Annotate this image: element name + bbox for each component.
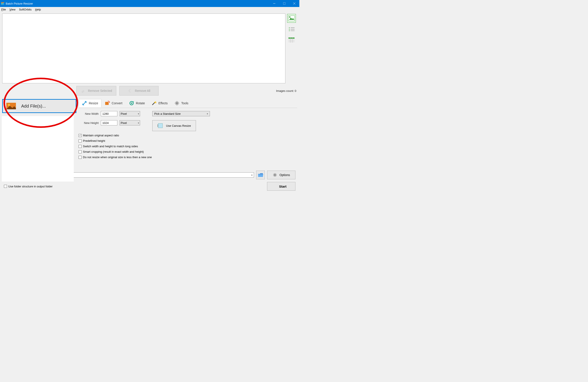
tools-icon: [174, 101, 180, 106]
svg-point-12: [289, 29, 290, 30]
tab-resize[interactable]: Resize: [79, 99, 102, 107]
remove-selected-label: Remove Selected: [88, 89, 112, 92]
remove-selected-button[interactable]: Remove Selected: [76, 86, 116, 96]
svg-rect-31: [177, 105, 177, 106]
resize-icon: [82, 101, 87, 106]
height-unit-select[interactable]: Pixel▾: [120, 120, 140, 126]
eraser-icon: [81, 88, 85, 93]
canvas-resize-label: Use Canvas Resize: [166, 124, 191, 127]
white-mask: [2, 116, 74, 182]
svg-rect-30: [177, 101, 177, 102]
tab-rotate-label: Rotate: [136, 102, 145, 105]
tab-tools-label: Tools: [181, 102, 189, 105]
svg-rect-34: [158, 124, 163, 128]
options-button[interactable]: Options: [267, 170, 295, 179]
use-folder-structure-label: Use folder structure in output folder: [8, 185, 53, 188]
svg-rect-4: [283, 2, 285, 5]
smart-cropping-label: Smart cropping (result in exact width an…: [83, 150, 144, 153]
svg-point-10: [289, 27, 290, 28]
svg-point-25: [131, 103, 132, 104]
svg-rect-33: [178, 103, 179, 104]
tab-resize-label: Resize: [89, 102, 98, 105]
use-canvas-resize-button[interactable]: Use Canvas Resize: [152, 120, 196, 131]
new-width-input[interactable]: [101, 111, 117, 116]
svg-point-37: [8, 104, 10, 106]
start-label: Start: [279, 185, 287, 188]
canvas-icon: [157, 123, 163, 129]
smart-cropping-checkbox[interactable]: Smart cropping (result in exact width an…: [79, 150, 297, 153]
svg-point-14: [289, 30, 290, 31]
convert-icon: [105, 101, 110, 106]
tab-convert[interactable]: Convert: [102, 99, 126, 107]
chevron-down-icon: ▾: [138, 113, 139, 115]
view-list-button[interactable]: [287, 25, 296, 34]
chevron-down-icon: ▾: [207, 113, 208, 115]
start-button[interactable]: Start: [267, 182, 295, 191]
remove-all-button[interactable]: Remove All: [119, 86, 159, 96]
width-unit-select[interactable]: Pixel▾: [120, 111, 140, 116]
maintain-aspect-checkbox[interactable]: Maintain original aspect ratio: [79, 134, 297, 137]
switch-wh-label: Switch width and height to match long si…: [83, 145, 138, 148]
add-files-label: Add File(s)...: [21, 104, 46, 109]
checkbox-icon: [79, 139, 82, 143]
svg-rect-16: [288, 38, 294, 39]
checkbox-icon: [79, 145, 82, 148]
standard-size-value: Pick a Standard Size: [154, 112, 181, 115]
tabs: Resize Convert Rotate Effects Tools: [79, 99, 297, 107]
images-count-label: Images count: 0: [276, 89, 297, 92]
tab-convert-label: Convert: [112, 102, 122, 105]
options-label: Options: [279, 173, 290, 177]
new-height-input[interactable]: [101, 120, 117, 126]
svg-point-40: [274, 174, 275, 176]
gear-icon: [273, 172, 277, 177]
checkbox-icon: [79, 150, 82, 153]
menu-bar: File View SoftOrbits Help: [0, 7, 299, 12]
browse-destination-button[interactable]: [256, 170, 265, 179]
checkbox-icon: [79, 134, 82, 137]
predefined-height-checkbox[interactable]: Predefined height: [79, 139, 297, 143]
view-details-button[interactable]: [287, 36, 296, 44]
view-mode-toolbar: [287, 14, 297, 83]
menu-softorbits[interactable]: SoftOrbits: [19, 8, 32, 11]
svg-rect-13: [291, 29, 294, 29]
height-unit-value: Pixel: [121, 121, 127, 125]
image-list-area[interactable]: [2, 14, 285, 83]
chevron-down-icon: ▾: [251, 174, 252, 176]
checkbox-icon: [79, 156, 82, 159]
new-height-label: New Height: [79, 121, 99, 125]
use-folder-structure-checkbox[interactable]: Use folder structure in output folder: [4, 185, 53, 188]
menu-file[interactable]: File: [1, 8, 6, 11]
window-controls: [269, 0, 299, 7]
checkbox-icon: [4, 185, 7, 188]
tab-tools[interactable]: Tools: [171, 99, 192, 107]
svg-point-9: [289, 16, 290, 18]
tab-effects[interactable]: Effects: [148, 99, 171, 107]
standard-size-select[interactable]: Pick a Standard Size▾: [152, 111, 210, 116]
remove-all-label: Remove All: [135, 89, 150, 92]
menu-help[interactable]: Help: [35, 8, 41, 11]
maximize-button[interactable]: [279, 0, 289, 7]
no-resize-smaller-label: Do not resize when original size is less…: [83, 156, 152, 159]
resize-panel: New Width Pixel▾ New Height Pixel▾ Pick …: [79, 108, 297, 159]
title-bar: Batch Picture Resizer: [0, 0, 299, 7]
view-thumbnails-button[interactable]: [287, 14, 296, 23]
svg-rect-32: [174, 103, 175, 104]
predefined-height-label: Predefined height: [83, 139, 105, 143]
app-icon: [1, 2, 4, 5]
tab-rotate[interactable]: Rotate: [126, 99, 148, 107]
svg-rect-1: [1, 2, 4, 3]
new-width-label: New Width: [79, 112, 99, 115]
no-resize-smaller-checkbox[interactable]: Do not resize when original size is less…: [79, 156, 297, 159]
maintain-aspect-label: Maintain original aspect ratio: [83, 134, 119, 137]
svg-rect-11: [291, 27, 294, 28]
menu-view[interactable]: View: [9, 8, 16, 11]
add-files-button[interactable]: Add File(s)...: [2, 99, 76, 113]
svg-rect-22: [105, 102, 109, 105]
switch-wh-checkbox[interactable]: Switch width and height to match long si…: [79, 145, 297, 148]
svg-rect-15: [291, 31, 294, 31]
minimize-button[interactable]: [269, 0, 279, 7]
rotate-icon: [129, 101, 134, 106]
close-button[interactable]: [289, 0, 299, 7]
effects-icon: [151, 101, 157, 106]
chevron-left-icon: [127, 88, 132, 93]
